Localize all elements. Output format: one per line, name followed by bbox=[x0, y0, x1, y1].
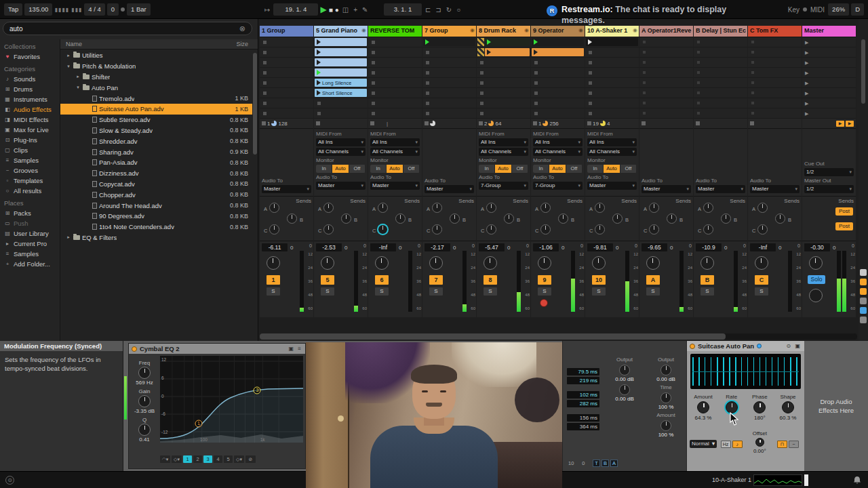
channel-select[interactable]: All Channels▾ bbox=[587, 148, 637, 156]
clip-stop-button[interactable] bbox=[426, 102, 429, 105]
output-select[interactable]: Master▾ bbox=[750, 185, 800, 193]
clip-slot[interactable] bbox=[694, 108, 747, 119]
clip-slot[interactable] bbox=[314, 47, 368, 58]
pan-display[interactable]: 0 bbox=[833, 245, 835, 251]
chevron-right-icon[interactable]: ▸ bbox=[66, 235, 71, 240]
clip-stop-button[interactable] bbox=[263, 112, 267, 115]
list-item[interactable]: 90 Degrees.adv0.8 KB bbox=[60, 211, 252, 222]
clip-slot[interactable] bbox=[639, 88, 693, 98]
sidebar-item-samples[interactable]: ≡Samples bbox=[0, 155, 60, 165]
clip-slot[interactable]: ▶ bbox=[802, 88, 856, 98]
loop-start-display[interactable]: 3. 1. 1 bbox=[384, 3, 422, 16]
send-knob-b[interactable]: B bbox=[287, 214, 297, 224]
solo-button[interactable]: S bbox=[592, 287, 606, 296]
pan-knob[interactable] bbox=[701, 256, 714, 270]
pan-knob[interactable] bbox=[484, 256, 497, 270]
browser-search[interactable]: ⊗ bbox=[3, 22, 252, 35]
clip-slot[interactable] bbox=[639, 108, 693, 119]
clip-stop-button[interactable] bbox=[426, 112, 429, 115]
clip-stop-button[interactable] bbox=[426, 51, 429, 54]
arrangement-position-display[interactable]: 19. 1. 4 bbox=[273, 3, 318, 16]
ms-value[interactable]: 156 ms bbox=[567, 414, 599, 422]
output-knob[interactable] bbox=[619, 365, 630, 375]
output-select[interactable]: Master▾ bbox=[262, 185, 311, 193]
channel-select[interactable]: All Channels▾ bbox=[370, 148, 420, 156]
clip-slot[interactable] bbox=[694, 37, 747, 47]
size-column-header[interactable]: Size bbox=[236, 41, 258, 47]
q-knob[interactable] bbox=[138, 424, 151, 436]
list-item[interactable]: Chopper.adv0.8 KB bbox=[60, 189, 252, 200]
track-activator[interactable]: 10 bbox=[592, 275, 606, 285]
clip-stop-button[interactable] bbox=[317, 112, 321, 115]
track-header[interactable]: 9 Operator◉ bbox=[531, 26, 585, 37]
track-header[interactable]: C Tom FX bbox=[748, 26, 802, 37]
solo-button[interactable]: S bbox=[375, 287, 389, 296]
output-select[interactable]: 7-Group▾ bbox=[533, 182, 583, 190]
device-title-bar[interactable]: Suitcase Auto Pan ⊙ ▣ bbox=[687, 341, 804, 351]
pan-knob[interactable] bbox=[809, 256, 823, 270]
clip-slot[interactable] bbox=[748, 98, 802, 108]
stop-all-button[interactable] bbox=[750, 121, 754, 125]
send-knob-a[interactable]: A bbox=[432, 203, 442, 213]
clip-slot[interactable] bbox=[639, 78, 693, 88]
volume-display[interactable]: -10.9 bbox=[696, 243, 722, 251]
monitor-off-button[interactable]: Off bbox=[566, 165, 582, 173]
track-activator[interactable]: 1 bbox=[267, 275, 280, 285]
clip-slot[interactable] bbox=[531, 88, 585, 98]
device-header-icons[interactable]: ▣ ≡ bbox=[289, 346, 302, 352]
monitor-toggle[interactable]: InAutoOff bbox=[370, 165, 420, 173]
clip-slot[interactable] bbox=[585, 88, 639, 98]
clip-slot[interactable] bbox=[368, 47, 422, 58]
clip-slot[interactable]: ▶ bbox=[802, 37, 856, 47]
list-item[interactable]: ▾Pitch & Modulation bbox=[60, 61, 252, 72]
clip-slot[interactable] bbox=[368, 68, 422, 78]
clip-stop-button[interactable] bbox=[534, 112, 538, 115]
search-input[interactable] bbox=[9, 25, 226, 33]
clip[interactable] bbox=[532, 48, 584, 56]
clip-stop-button[interactable] bbox=[534, 61, 538, 64]
output-knob[interactable] bbox=[619, 384, 630, 395]
clip-slot[interactable] bbox=[314, 37, 368, 47]
track-activator[interactable]: B bbox=[701, 275, 714, 285]
track-header[interactable]: Master bbox=[802, 26, 856, 37]
output-select[interactable]: Master▾ bbox=[696, 185, 745, 193]
sidebar-item-grooves[interactable]: ~Grooves bbox=[0, 165, 60, 176]
send-knob-a[interactable]: A bbox=[595, 203, 605, 213]
clip[interactable] bbox=[315, 38, 367, 46]
clip-stop-button[interactable] bbox=[263, 41, 267, 44]
clip-slot[interactable] bbox=[531, 37, 585, 47]
clip-stop-button[interactable] bbox=[263, 81, 267, 85]
track-activator[interactable]: 5 bbox=[321, 275, 334, 285]
clip-slot[interactable] bbox=[531, 78, 585, 88]
clip-stop-button[interactable] bbox=[426, 71, 429, 75]
offset-value[interactable]: 0.00° bbox=[746, 448, 773, 454]
send-knob-c[interactable]: C bbox=[649, 224, 659, 235]
input-select[interactable]: All Ins▾ bbox=[370, 138, 420, 146]
clip-slot[interactable] bbox=[585, 98, 639, 108]
name-column-header[interactable]: Name bbox=[60, 41, 82, 47]
key-map-button[interactable]: Key bbox=[787, 6, 801, 14]
sine-wave-icon[interactable]: ~ bbox=[789, 441, 799, 448]
clip-stop-button[interactable] bbox=[480, 71, 484, 75]
input-select[interactable]: All Ins▾ bbox=[533, 138, 583, 146]
scene-play-icon[interactable]: ▶ bbox=[805, 70, 808, 75]
clip-slot[interactable]: ▶ bbox=[802, 98, 856, 108]
delay-section-toggle[interactable] bbox=[860, 317, 867, 323]
clip-stop-button[interactable] bbox=[372, 41, 375, 44]
eq-band-3-button[interactable]: 3 bbox=[203, 455, 212, 463]
clip-stop-button[interactable] bbox=[317, 102, 321, 105]
sidebar-item-instruments[interactable]: ▦Instruments bbox=[0, 94, 60, 104]
amount-value[interactable]: 100 % bbox=[648, 432, 684, 438]
monitor-off-button[interactable]: Off bbox=[620, 165, 636, 173]
clip-slot[interactable] bbox=[694, 88, 747, 98]
clip[interactable] bbox=[586, 38, 638, 46]
pan-display[interactable]: 0 bbox=[670, 245, 673, 251]
send-knob-b[interactable]: B bbox=[775, 214, 785, 224]
scene-play-icon[interactable]: ▶ bbox=[805, 111, 808, 116]
sidebar-item-templates[interactable]: ▫Templates bbox=[0, 176, 60, 186]
volume-display[interactable]: -9.81 bbox=[587, 243, 613, 251]
track-fold-icon[interactable]: ◉ bbox=[361, 27, 366, 33]
list-item[interactable]: 1to4 Note Contenders.adv0.8 KB bbox=[60, 222, 252, 232]
draw-mode-icon[interactable]: ○ bbox=[455, 6, 462, 14]
solo-button[interactable]: Solo bbox=[808, 275, 825, 284]
